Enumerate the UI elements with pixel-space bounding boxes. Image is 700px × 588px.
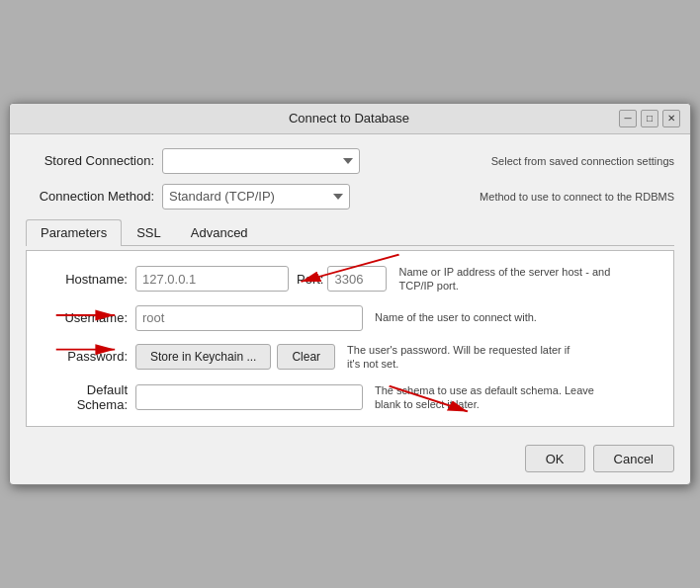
- stored-connection-label: Stored Connection:: [26, 153, 154, 168]
- schema-input[interactable]: [135, 384, 363, 410]
- port-input[interactable]: [327, 266, 387, 292]
- stored-connection-control: [162, 148, 483, 174]
- tabs-row: Parameters SSL Advanced: [26, 219, 674, 246]
- stored-connection-row: Stored Connection: Select from saved con…: [26, 148, 674, 174]
- username-hint: Name of the user to connect with.: [375, 310, 537, 324]
- ok-button[interactable]: OK: [525, 445, 585, 472]
- username-row: Username: Name of the user to connect wi…: [39, 305, 661, 331]
- username-label: Username:: [39, 310, 128, 325]
- connection-method-hint: Method to use to connect to the RDBMS: [480, 191, 674, 203]
- tab-ssl[interactable]: SSL: [122, 219, 176, 245]
- title-bar: Connect to Database ─ □ ✕: [10, 104, 690, 134]
- maximize-button[interactable]: □: [641, 110, 658, 127]
- store-keychain-button[interactable]: Store in Keychain ...: [135, 344, 271, 370]
- connection-method-control: Standard (TCP/IP): [162, 184, 472, 210]
- port-label: Port:: [297, 272, 323, 287]
- window-controls: ─ □ ✕: [619, 110, 680, 127]
- hostname-input[interactable]: [135, 266, 289, 292]
- tabs-container: Parameters SSL Advanced Hostname: Port: …: [26, 219, 674, 427]
- hostname-row: Hostname: Port: Name or IP address of th…: [39, 265, 661, 294]
- connection-method-select[interactable]: Standard (TCP/IP): [162, 184, 350, 210]
- connection-method-row: Connection Method: Standard (TCP/IP) Met…: [26, 184, 674, 210]
- tab-advanced[interactable]: Advanced: [176, 219, 263, 245]
- close-button[interactable]: ✕: [662, 110, 680, 127]
- password-hint: The user's password. Will be requested l…: [347, 343, 584, 372]
- stored-connection-hint: Select from saved connection settings: [491, 155, 674, 167]
- hostname-hint: Name or IP address of the server host - …: [398, 265, 636, 294]
- hostname-label: Hostname:: [39, 272, 128, 287]
- dialog-title: Connect to Database: [79, 111, 619, 126]
- port-group: Port:: [297, 266, 387, 292]
- stored-connection-select[interactable]: [162, 148, 360, 174]
- schema-hint: The schema to use as default schema. Lea…: [375, 383, 612, 412]
- clear-password-button[interactable]: Clear: [277, 344, 335, 370]
- dialog-footer: OK Cancel: [10, 437, 690, 484]
- schema-row: Default Schema: The schema to use as def…: [39, 382, 661, 412]
- cancel-button[interactable]: Cancel: [593, 445, 674, 472]
- connect-dialog: Connect to Database ─ □ ✕ Stored Connect…: [9, 103, 691, 485]
- connection-method-label: Connection Method:: [26, 189, 154, 204]
- tab-parameters[interactable]: Parameters: [26, 219, 122, 246]
- parameters-panel: Hostname: Port: Name or IP address of th…: [26, 250, 674, 427]
- password-buttons: Store in Keychain ... Clear: [135, 344, 335, 370]
- username-input[interactable]: [135, 305, 363, 331]
- password-label: Password:: [39, 349, 128, 364]
- password-row: Password: Store in Keychain ... Clear Th…: [39, 343, 661, 372]
- minimize-button[interactable]: ─: [619, 110, 637, 127]
- schema-label: Default Schema:: [39, 382, 128, 412]
- dialog-body: Stored Connection: Select from saved con…: [10, 134, 690, 437]
